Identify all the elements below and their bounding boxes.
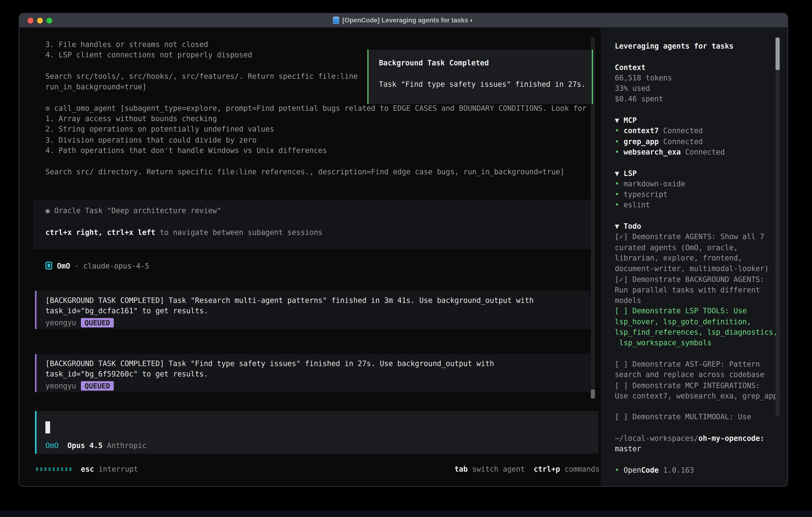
task-author: yeongyu — [46, 382, 76, 390]
transcript-line: 2. String operations on potentially unde… — [46, 125, 592, 136]
esc-key-label: esc — [81, 465, 94, 473]
todo-line: search and replace across codebase — [601, 370, 788, 381]
lsp-section-header[interactable]: ▼ LSP — [601, 169, 788, 180]
app-name-bold: Code — [641, 466, 659, 474]
oracle-task-text: Oracle Task "Deep architecture review" — [54, 206, 222, 215]
input-provider-name: Anthropic — [107, 441, 147, 450]
traffic-lights — [28, 18, 52, 24]
oracle-task-header: ◉ Oracle Task "Deep architecture review" — [46, 206, 222, 215]
spacer — [103, 441, 107, 450]
chevron-down-icon: ▼ — [615, 222, 624, 230]
text-cursor — [46, 421, 50, 433]
task-author: yeongyu — [46, 319, 76, 327]
lsp-item-name: typescript — [624, 190, 668, 198]
status-badge: QUEUED — [81, 381, 114, 390]
status-dot-icon: • — [615, 201, 624, 209]
model-info-row: OmO Opus 4.5 Anthropic — [46, 441, 146, 450]
lsp-item: • markdown-oxide — [601, 180, 788, 190]
todo-section-header[interactable]: ▼ Todo — [601, 222, 788, 233]
gear-icon: ⚙ — [46, 104, 54, 112]
input-agent-name: OmO — [46, 441, 59, 450]
context-heading: Context — [601, 63, 788, 74]
task-meta-row: yeongyuQUEUED — [46, 380, 590, 391]
terminal-main-pane[interactable]: 3. File handles or streams not closed 4.… — [19, 28, 601, 486]
tool-call-text: call_omo_agent [subagent_type=explore, p… — [54, 104, 586, 112]
mcp-item: • context7 Connected — [601, 127, 788, 137]
status-left: esc interrupt — [36, 465, 138, 473]
sidebar-scrollbar-thumb[interactable] — [776, 37, 780, 70]
mcp-item: • websearch_exa Connected — [601, 148, 788, 158]
agent-session-header[interactable]: OmO · claude-opus-4-5 — [46, 262, 149, 270]
window-title: [OpenCode] Leveraging agents for tasks ◐ — [342, 17, 474, 24]
transcript-line: 1. Array access without bounds checking — [46, 114, 592, 125]
spinner-dot — [49, 467, 51, 471]
oracle-task-panel: ◉ Oracle Task "Deep architecture review"… — [33, 199, 592, 249]
task-message-line: [BACKGROUND TASK COMPLETED] Task "Find t… — [46, 359, 590, 370]
agent-model: claude-opus-4-5 — [83, 262, 149, 270]
todo-line: [✓] Demonstrate BACKGROUND AGENTS: — [601, 275, 788, 285]
workspace-branch: master — [601, 445, 788, 455]
status-dot-icon: • — [615, 466, 624, 474]
mcp-section-header[interactable]: ▼ MCP — [601, 116, 788, 127]
desktop-bottom-strip — [0, 510, 812, 517]
agent-separator: · — [70, 262, 83, 270]
todo-line: curated agents (OmO, oracle, — [601, 243, 788, 254]
prompt-input[interactable]: OmO Opus 4.5 Anthropic — [35, 411, 599, 454]
status-bar: esc interrupt tab switch agent ctrl+p co… — [36, 465, 600, 473]
todo-line: models — [601, 296, 788, 307]
spacer — [59, 441, 67, 450]
spinner-dot — [40, 467, 42, 471]
todo-line: [ ] Demonstrate AST-GREP: Pattern — [601, 360, 788, 370]
transcript-line: Search src/ directory. Return specific f… — [46, 167, 592, 178]
context-tokens: 66,518 tokens — [601, 74, 788, 84]
minimize-button[interactable] — [37, 18, 43, 24]
spinner-dot — [36, 467, 38, 471]
status-badge: QUEUED — [81, 318, 114, 327]
app-name: Open — [624, 466, 641, 474]
status-dot-icon: • — [615, 190, 624, 198]
lsp-item: • eslint — [601, 201, 788, 211]
todo-line-current: lsp_workspace_symbols — [601, 338, 788, 349]
workspace-path-prefix: ~/local-workspaces/ — [615, 434, 698, 442]
tab-key-label: tab — [455, 465, 468, 473]
agent-square-icon — [46, 262, 52, 270]
session-sidebar: Leveraging agents for tasks Context 66,5… — [601, 28, 788, 486]
close-button[interactable] — [28, 18, 33, 24]
todo-line: Run parallel tasks with different — [601, 285, 788, 296]
mcp-item: • grep_app Connected — [601, 137, 788, 148]
toast-title: Background Task Completed — [379, 59, 489, 67]
agent-name: OmO — [57, 262, 70, 270]
chevron-down-icon: ▼ — [615, 116, 624, 124]
transcript-line — [46, 157, 592, 167]
opencode-window: [OpenCode] Leveraging agents for tasks ◐… — [19, 13, 788, 487]
lsp-heading: LSP — [624, 169, 637, 177]
window-title-group: [OpenCode] Leveraging agents for tasks ◐ — [333, 17, 474, 24]
tool-call-line: ⚙ call_omo_agent [subagent_type=explore,… — [46, 104, 592, 114]
task-message-line: [BACKGROUND TASK COMPLETED] Task "Resear… — [46, 296, 590, 307]
mcp-item-status: Connected — [681, 148, 725, 156]
sidebar-scrollbar[interactable] — [776, 37, 780, 416]
mcp-heading: MCP — [624, 116, 637, 124]
status-dot-icon: • — [615, 148, 624, 156]
lsp-item: • typescript — [601, 190, 788, 201]
task-message-line: task_id="bg_6f59260c" to get results. — [46, 370, 590, 380]
spinner-dot — [45, 467, 46, 471]
main-scrollbar-thumb[interactable] — [591, 390, 595, 399]
todo-line: librarian, explore, frontend, — [601, 254, 788, 264]
zoom-button[interactable] — [46, 18, 52, 24]
todo-line-current: lsp_find_references, lsp_diagnostics, — [601, 328, 788, 338]
spinner-dot — [65, 467, 67, 471]
desktop: [OpenCode] Leveraging agents for tasks ◐… — [0, 0, 812, 517]
shortcut-hint-text: to navigate between subagent sessions — [155, 228, 323, 237]
transcript-line: 4. Path operations that don't handle Win… — [46, 146, 592, 157]
todo-line: [✓] Demonstrate AGENTS: Show all 7 — [601, 233, 788, 243]
session-title: Leveraging agents for tasks — [601, 42, 788, 52]
context-used: 33% used — [601, 84, 788, 95]
lsp-item-name: eslint — [624, 201, 650, 209]
spinner-dot — [53, 467, 55, 471]
document-icon — [333, 17, 339, 24]
todo-heading: Todo — [624, 222, 641, 230]
status-right: tab switch agent ctrl+p commands — [455, 465, 600, 473]
workspace-repo: oh-my-opencode: — [698, 434, 764, 442]
window-titlebar[interactable]: [OpenCode] Leveraging agents for tasks ◐ — [19, 13, 788, 28]
